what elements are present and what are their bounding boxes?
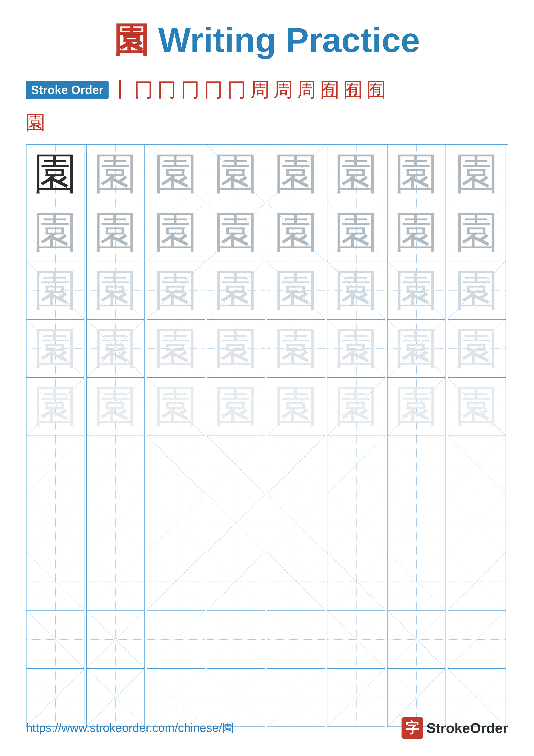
grid-cell[interactable]: 園 xyxy=(147,378,205,436)
practice-grid: 園 園 園 園 園 xyxy=(26,145,508,727)
grid-cell[interactable]: 園 xyxy=(267,203,325,261)
grid-cell-empty[interactable] xyxy=(87,610,144,668)
grid-cell[interactable]: 園 xyxy=(447,319,506,378)
grid-cell-empty[interactable] xyxy=(267,610,325,668)
cell-guide xyxy=(27,610,84,668)
grid-cell[interactable]: 園 xyxy=(267,319,325,378)
practice-char: 園 xyxy=(214,210,257,254)
grid-cell[interactable]: 園 xyxy=(387,261,445,319)
cell-guide xyxy=(327,610,385,668)
grid-cell[interactable]: 園 xyxy=(26,261,85,319)
practice-char: 園 xyxy=(94,269,137,312)
grid-cell-empty[interactable] xyxy=(267,436,325,494)
grid-cell-empty[interactable] xyxy=(447,494,506,552)
footer-logo-text: StrokeOrder xyxy=(426,720,508,736)
grid-cell[interactable]: 園 xyxy=(447,145,506,203)
practice-char: 園 xyxy=(94,327,137,370)
grid-cell[interactable]: 園 xyxy=(207,203,265,261)
grid-cell[interactable]: 園 xyxy=(387,378,445,436)
grid-cell[interactable]: 園 xyxy=(387,319,445,378)
practice-char: 園 xyxy=(94,210,137,254)
grid-cell[interactable]: 園 xyxy=(26,378,85,436)
grid-cell-empty[interactable] xyxy=(387,610,445,668)
cell-guide xyxy=(388,494,445,552)
grid-cell[interactable]: 園 xyxy=(147,261,205,319)
grid-cell-empty[interactable] xyxy=(447,436,506,494)
footer-url-link[interactable]: https://www.strokeorder.com/chinese/園 xyxy=(26,720,234,736)
grid-cell[interactable]: 園 xyxy=(207,145,265,203)
grid-cell[interactable]: 園 xyxy=(87,319,144,378)
stroke-7: 周 xyxy=(250,77,270,103)
grid-cell[interactable]: 園 xyxy=(26,145,85,203)
grid-cell[interactable]: 園 xyxy=(327,319,385,378)
grid-cell-empty[interactable] xyxy=(147,552,205,610)
cell-guide xyxy=(27,436,84,494)
grid-cell[interactable]: 園 xyxy=(327,145,385,203)
grid-cell[interactable]: 園 xyxy=(26,319,85,378)
practice-char: 園 xyxy=(455,269,498,312)
grid-cell-empty[interactable] xyxy=(87,494,144,552)
grid-cell-empty[interactable] xyxy=(26,436,85,494)
grid-cell-empty[interactable] xyxy=(327,436,385,494)
grid-cell-empty[interactable] xyxy=(447,610,506,668)
grid-cell-empty[interactable] xyxy=(26,610,85,668)
stroke-1: 丨 xyxy=(111,77,130,103)
grid-cell-empty[interactable] xyxy=(327,552,385,610)
grid-cell-empty[interactable] xyxy=(87,436,144,494)
grid-cell[interactable]: 園 xyxy=(447,203,506,261)
grid-cell-empty[interactable] xyxy=(26,494,85,552)
practice-char: 園 xyxy=(34,152,77,196)
cell-guide xyxy=(87,494,144,552)
grid-cell[interactable]: 園 xyxy=(87,261,144,319)
grid-cell-empty[interactable] xyxy=(387,552,445,610)
grid-cell[interactable]: 園 xyxy=(207,378,265,436)
grid-cell-empty[interactable] xyxy=(387,494,445,552)
grid-cell-empty[interactable] xyxy=(387,436,445,494)
grid-cell-empty[interactable] xyxy=(267,552,325,610)
final-char-display: 園 xyxy=(26,109,508,136)
grid-cell-empty[interactable] xyxy=(327,610,385,668)
grid-cell-empty[interactable] xyxy=(26,552,85,610)
practice-char: 園 xyxy=(455,210,498,254)
grid-cell[interactable]: 園 xyxy=(447,261,506,319)
grid-cell-empty[interactable] xyxy=(267,494,325,552)
practice-char: 園 xyxy=(154,210,197,254)
grid-cell[interactable]: 園 xyxy=(327,378,385,436)
grid-cell[interactable]: 園 xyxy=(87,145,144,203)
grid-cell-empty[interactable] xyxy=(207,610,265,668)
practice-char: 園 xyxy=(94,152,137,196)
practice-char: 園 xyxy=(395,269,438,312)
grid-cell[interactable]: 園 xyxy=(147,203,205,261)
grid-cell-empty[interactable] xyxy=(207,494,265,552)
grid-cell[interactable]: 園 xyxy=(147,145,205,203)
grid-cell-empty[interactable] xyxy=(447,552,506,610)
grid-cell[interactable]: 園 xyxy=(147,319,205,378)
grid-cell-empty[interactable] xyxy=(147,436,205,494)
cell-guide xyxy=(147,552,205,610)
grid-cell-empty[interactable] xyxy=(147,494,205,552)
practice-char: 園 xyxy=(395,152,438,196)
grid-cell-empty[interactable] xyxy=(207,436,265,494)
grid-cell-empty[interactable] xyxy=(147,610,205,668)
cell-guide xyxy=(147,610,205,668)
grid-cell-empty[interactable] xyxy=(327,494,385,552)
grid-cell[interactable]: 園 xyxy=(447,378,506,436)
stroke-5: 冂 xyxy=(204,77,223,103)
grid-cell[interactable]: 園 xyxy=(87,378,144,436)
grid-cell[interactable]: 園 xyxy=(387,203,445,261)
grid-cell[interactable]: 園 xyxy=(327,203,385,261)
grid-cell[interactable]: 園 xyxy=(207,319,265,378)
cell-guide xyxy=(267,436,325,494)
grid-cell[interactable]: 園 xyxy=(207,261,265,319)
grid-cell[interactable]: 園 xyxy=(267,145,325,203)
practice-char: 園 xyxy=(214,269,257,312)
grid-cell-empty[interactable] xyxy=(207,552,265,610)
grid-cell-empty[interactable] xyxy=(87,552,144,610)
grid-cell[interactable]: 園 xyxy=(26,203,85,261)
grid-cell[interactable]: 園 xyxy=(267,378,325,436)
grid-cell[interactable]: 園 xyxy=(387,145,445,203)
cell-guide xyxy=(27,552,84,610)
grid-cell[interactable]: 園 xyxy=(327,261,385,319)
grid-cell[interactable]: 園 xyxy=(267,261,325,319)
grid-cell[interactable]: 園 xyxy=(87,203,144,261)
